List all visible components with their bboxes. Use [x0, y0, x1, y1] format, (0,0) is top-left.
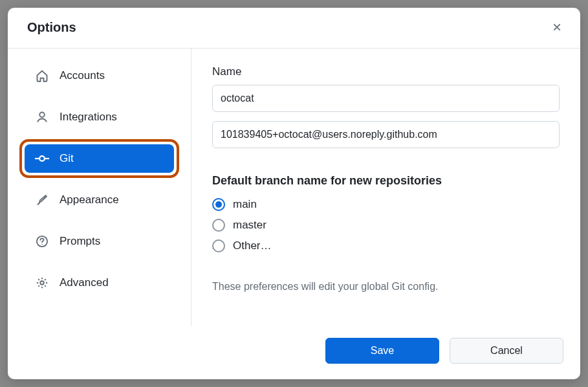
person-icon	[35, 110, 49, 124]
email-input[interactable]	[212, 121, 560, 148]
home-icon	[35, 69, 49, 83]
options-dialog: Options AccountsIntegrationsGitAppearanc…	[8, 8, 580, 379]
sidebar: AccountsIntegrationsGitAppearancePrompts…	[8, 49, 191, 326]
radio-icon	[212, 219, 225, 232]
default-branch-heading: Default branch name for new repositories	[212, 174, 560, 188]
sidebar-item-integrations[interactable]: Integrations	[25, 103, 174, 131]
cancel-button[interactable]: Cancel	[450, 338, 563, 364]
name-label: Name	[212, 65, 560, 78]
name-input[interactable]	[212, 85, 560, 112]
git-settings-panel: Name Default branch name for new reposit…	[191, 49, 580, 326]
sidebar-item-accounts[interactable]: Accounts	[25, 61, 174, 90]
sidebar-item-label: Advanced	[60, 276, 109, 289]
git-config-hint: These preferences will edit your global …	[212, 281, 560, 293]
dialog-footer: Save Cancel	[8, 326, 580, 379]
sidebar-item-advanced[interactable]: Advanced	[25, 269, 174, 297]
question-icon	[35, 234, 49, 249]
branch-radio-other[interactable]: Other…	[212, 239, 560, 252]
sidebar-item-label: Integrations	[60, 111, 117, 124]
dialog-header: Options	[8, 8, 580, 49]
sidebar-item-git[interactable]: Git	[25, 144, 174, 173]
gear-icon	[35, 276, 49, 290]
close-button[interactable]	[548, 18, 566, 36]
radio-label: Other…	[233, 239, 272, 252]
radio-icon	[212, 239, 225, 252]
paintbrush-icon	[35, 193, 49, 207]
svg-point-0	[39, 113, 45, 118]
radio-label: master	[233, 219, 267, 232]
close-icon	[551, 21, 563, 33]
sidebar-item-label: Git	[60, 152, 74, 165]
save-button[interactable]: Save	[325, 338, 439, 364]
sidebar-item-prompts[interactable]: Prompts	[25, 227, 174, 256]
sidebar-item-label: Accounts	[60, 69, 105, 82]
branch-radio-master[interactable]: master	[212, 219, 560, 232]
radio-icon	[212, 198, 225, 211]
sidebar-item-appearance[interactable]: Appearance	[25, 186, 174, 214]
svg-point-1	[39, 156, 45, 161]
git-commit-icon	[35, 151, 49, 166]
sidebar-item-label: Appearance	[60, 194, 119, 206]
branch-radio-main[interactable]: main	[212, 198, 560, 211]
sidebar-item-label: Prompts	[60, 235, 100, 248]
svg-point-6	[40, 281, 44, 285]
radio-label: main	[233, 198, 257, 211]
svg-point-5	[41, 244, 43, 245]
dialog-title: Options	[27, 20, 76, 35]
default-branch-radio-group: mainmasterOther…	[212, 198, 560, 252]
